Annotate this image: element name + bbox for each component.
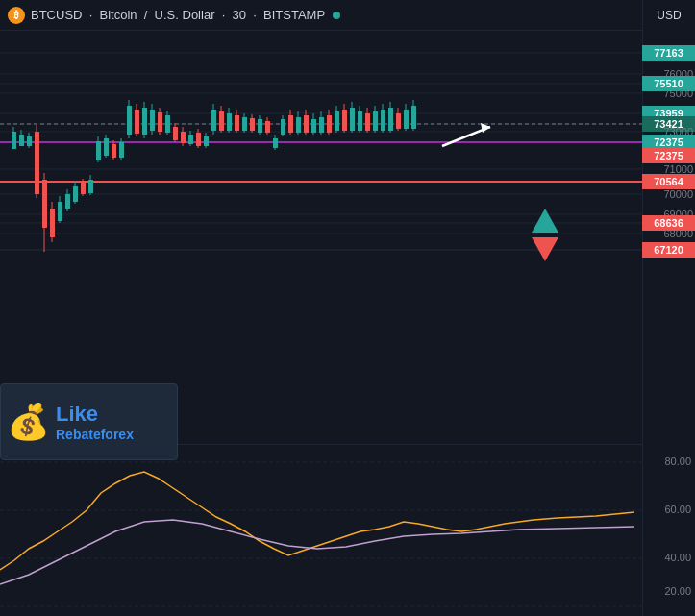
exchange-text: BITSTAMP: [263, 8, 325, 22]
rsi-chart-svg: [0, 445, 642, 616]
price-box-70564: 70564: [642, 174, 695, 189]
ad-icon: 💰: [7, 402, 50, 442]
ad-like-text: Like: [56, 402, 134, 427]
price-box-72375-bot: 72375: [642, 148, 695, 163]
rsi-label-60: 60.00: [664, 504, 691, 515]
btc-logo-icon: ₿: [8, 7, 25, 24]
price-box-77163: 77163: [642, 45, 695, 61]
rsi-label-40: 40.00: [664, 552, 691, 563]
price-label-75000: 75000: [663, 87, 693, 99]
price-labels-panel: 77163 76000 75510 75000 73959 73421 7300…: [642, 31, 695, 444]
pair-text: U.S. Dollar: [155, 8, 215, 22]
chart-header: ₿ BTCUSD · Bitcoin / U.S. Dollar · 30 · …: [0, 0, 695, 31]
rsi-price-labels: 80.00 60.00 40.00 20.00: [642, 444, 695, 616]
main-chart-svg: [0, 31, 642, 444]
main-chart-area: [0, 31, 642, 444]
live-indicator: [333, 12, 340, 19]
price-box-67120: 67120: [642, 242, 695, 258]
price-label-68000: 68000: [663, 228, 693, 239]
ad-brand-text: Rebateforex: [56, 427, 134, 442]
rsi-label-80: 80.00: [664, 456, 691, 467]
ad-text: Like Rebateforex: [56, 402, 134, 442]
svg-marker-127: [532, 209, 558, 233]
symbol-text: BTCUSD: [31, 8, 82, 22]
asset-name: Bitcoin: [100, 8, 137, 22]
timeframe-text: 30: [233, 8, 246, 22]
chart-symbol: BTCUSD · Bitcoin / U.S. Dollar · 30 · BI…: [31, 8, 325, 22]
ad-banner[interactable]: 💰 Like Rebateforex: [0, 383, 178, 460]
currency-label: USD: [642, 0, 695, 31]
rsi-label-20: 20.00: [664, 585, 691, 597]
rsi-chart-area: [0, 444, 642, 616]
price-label-70000: 70000: [663, 188, 693, 200]
